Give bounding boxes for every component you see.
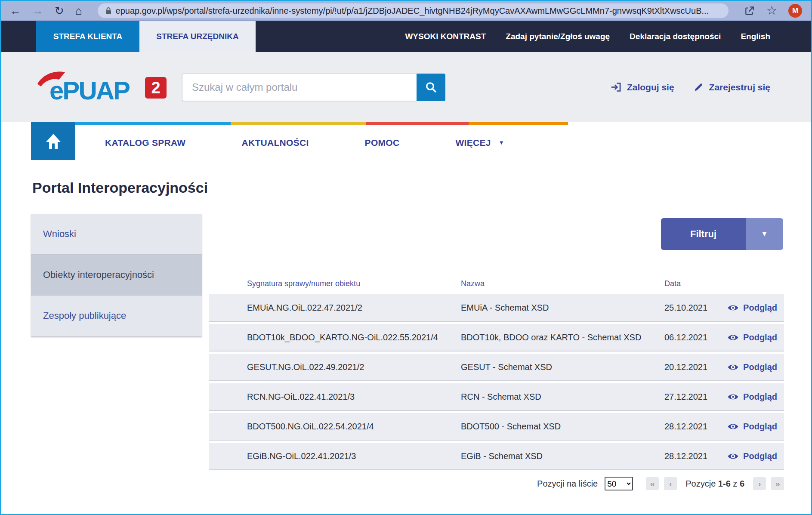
preview-link[interactable]: Podgląd (727, 450, 777, 462)
bookmark-star-icon[interactable]: ☆ (766, 5, 777, 17)
preview-link[interactable]: Podgląd (727, 391, 777, 403)
chevron-down-icon: ▼ (761, 230, 768, 238)
cell-date: 28.12.2021 (664, 451, 716, 461)
pencil-icon (693, 82, 704, 93)
chevron-down-icon: ▼ (499, 139, 504, 146)
share-icon[interactable] (744, 5, 755, 16)
preview-link[interactable]: Podgląd (727, 421, 777, 432)
eye-icon (727, 391, 739, 403)
cell-name: EMUiA - Schemat XSD (461, 303, 664, 313)
table-row: BDOT10k_BDOO_KARTO.NG-OiL.022.55.2021/4 … (209, 324, 784, 352)
svg-text:2: 2 (151, 79, 160, 97)
pagination-next-button[interactable]: › (753, 477, 766, 490)
cell-name: GESUT - Schemat XSD (461, 362, 664, 372)
table-body: EMUiA.NG.OiL.022.47.2021/2 EMUiA - Schem… (209, 294, 784, 470)
page-title: Portal Interoperacyjności (32, 179, 208, 196)
pagination-last-button[interactable]: » (771, 477, 784, 490)
filter-dropdown-toggle[interactable]: ▼ (746, 218, 783, 250)
eye-icon (727, 302, 739, 314)
sidebar-item-wnioski[interactable]: Wnioski (31, 214, 202, 255)
sidebar-item-obiekty-interoperacyjnosci[interactable]: Obiekty interoperacyjności (31, 255, 202, 296)
svg-text:ePUAP: ePUAP (49, 76, 130, 105)
search-icon (425, 81, 438, 94)
link-deklaracja-dostepnosci[interactable]: Deklaracja dostępności (630, 32, 721, 41)
nav-item-katalog-spraw[interactable]: KATALOG SPRAW (105, 138, 185, 148)
tab-strefa-klienta[interactable]: STREFA KLIENTA (36, 21, 139, 52)
auth-links: Zaloguj się Zarejestruj się (610, 52, 770, 122)
login-link[interactable]: Zaloguj się (610, 81, 674, 93)
cell-signature: RCN.NG-OiL.022.41.2021/3 (247, 392, 461, 402)
epuap-logo[interactable]: ePUAP 2 (37, 69, 172, 110)
pagination-total: 6 (740, 479, 744, 488)
address-bar[interactable]: epuap.gov.pl/wps/portal/strefa-urzednika… (98, 3, 729, 18)
cell-name: BDOT10k, BDOO oraz KARTO - Schemat XSD (461, 333, 664, 342)
objects-table: Sygnatura sprawy/numer obiektu Nazwa Dat… (209, 273, 784, 472)
lock-icon (105, 7, 111, 15)
register-link[interactable]: Zarejestruj się (693, 82, 770, 93)
preview-label: Podgląd (743, 362, 777, 372)
cell-signature: EGiB.NG-OiL.022.41.2021/3 (247, 451, 461, 461)
cell-date: 27.12.2021 (664, 392, 716, 402)
cell-date: 06.12.2021 (664, 333, 716, 342)
cell-date: 20.12.2021 (664, 362, 716, 372)
table-row: GESUT.NG.OiL.022.49.2021/2 GESUT - Schem… (209, 354, 784, 381)
column-header-date: Data (664, 279, 716, 288)
house-icon (43, 131, 64, 151)
link-english[interactable]: English (741, 32, 770, 41)
forward-icon[interactable]: → (32, 5, 43, 16)
search-button[interactable] (417, 74, 445, 101)
preview-label: Podgląd (743, 451, 777, 461)
cell-signature: GESUT.NG.OiL.022.49.2021/2 (247, 362, 461, 372)
top-utility-links: WYSOKI KONTRAST Zadaj pytanie/Zgłoś uwag… (405, 21, 770, 52)
link-wysoki-kontrast[interactable]: WYSOKI KONTRAST (405, 32, 486, 41)
pagination-first-button[interactable]: « (646, 477, 659, 490)
table-row: EGiB.NG-OiL.022.41.2021/3 EGiB - Schemat… (209, 443, 784, 470)
browser-toolbar: ← → ↻ ⌂ epuap.gov.pl/wps/portal/strefa-u… (1, 1, 811, 21)
portal-top-bar: STREFA KLIENTA STREFA URZĘDNIKA WYSOKI K… (1, 21, 811, 52)
login-icon (610, 81, 622, 93)
eye-icon (727, 361, 739, 373)
filter-button[interactable]: Filtruj ▼ (661, 218, 783, 250)
pagination-range-value: 1-6 (718, 479, 731, 488)
sidebar-item-zespoly-publikujace[interactable]: Zespoły publikujące (31, 296, 202, 336)
preview-link[interactable]: Podgląd (727, 361, 777, 373)
eye-icon (727, 421, 739, 432)
preview-link[interactable]: Podgląd (727, 302, 777, 314)
pagination-prev-button[interactable]: ‹ (664, 477, 677, 490)
table-row: RCN.NG-OiL.022.41.2021/3 RCN - Schemat X… (209, 383, 784, 411)
nav-item-wiecej[interactable]: WIĘCEJ ▼ (455, 138, 504, 148)
sidebar: Wnioski Obiekty interoperacyjności Zespo… (31, 214, 202, 336)
pagination: Pozycji na liście 50 « ‹ Pozycje 1-6 z 6… (537, 477, 784, 490)
site-header: ePUAP 2 Zaloguj się (1, 52, 811, 122)
nav-home-button[interactable] (31, 122, 75, 160)
filter-button-label[interactable]: Filtruj (661, 218, 746, 250)
cell-signature: BDOT10k_BDOO_KARTO.NG-OiL.022.55.2021/4 (247, 333, 461, 342)
url-text: epuap.gov.pl/wps/portal/strefa-urzednika… (116, 6, 709, 16)
table-row: EMUiA.NG.OiL.022.47.2021/2 EMUiA - Schem… (209, 294, 784, 322)
reload-icon[interactable]: ↻ (55, 5, 64, 16)
column-header-signature: Sygnatura sprawy/numer obiektu (247, 279, 461, 288)
nav-item-pomoc[interactable]: POMOC (365, 138, 400, 148)
cell-signature: EMUiA.NG.OiL.022.47.2021/2 (247, 303, 461, 313)
portal-search (182, 74, 445, 101)
table-row: BDOT500.NG.OiL.022.54.2021/4 BDOT500 - S… (209, 413, 784, 441)
preview-label: Podgląd (743, 333, 777, 342)
cell-name: EGiB - Schemat XSD (461, 451, 664, 461)
link-zadaj-pytanie[interactable]: Zadaj pytanie/Zgłoś uwagę (506, 32, 610, 41)
preview-label: Podgląd (743, 303, 777, 313)
pagination-range: Pozycje 1-6 z 6 (685, 479, 744, 489)
tab-strefa-urzednika[interactable]: STREFA URZĘDNIKA (139, 21, 256, 52)
nav-item-aktualnosci[interactable]: AKTUALNOŚCI (241, 138, 309, 148)
column-header-name: Nazwa (461, 279, 664, 288)
home-icon[interactable]: ⌂ (75, 5, 82, 16)
cell-date: 28.12.2021 (664, 422, 716, 432)
per-page-label: Pozycji na liście (537, 479, 598, 489)
cell-name: RCN - Schemat XSD (461, 392, 664, 402)
back-icon[interactable]: ← (10, 5, 21, 16)
per-page-select[interactable]: 50 (605, 477, 633, 490)
browser-profile-avatar[interactable]: M (788, 4, 802, 18)
browser-window: ← → ↻ ⌂ epuap.gov.pl/wps/portal/strefa-u… (0, 0, 812, 515)
search-input[interactable] (182, 74, 417, 101)
main-navigation: KATALOG SPRAW AKTUALNOŚCI POMOC WIĘCEJ ▼ (1, 122, 811, 163)
preview-link[interactable]: Podgląd (727, 332, 777, 343)
